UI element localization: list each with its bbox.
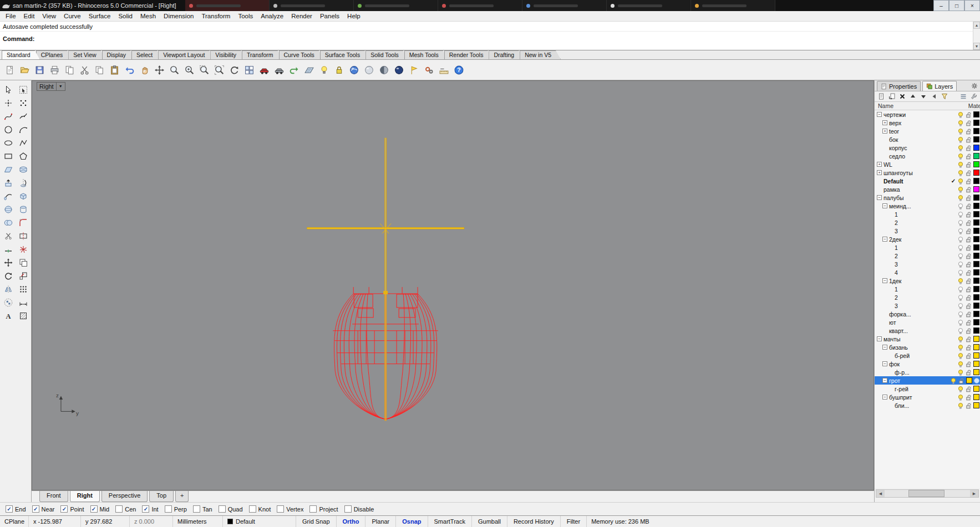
cylinder-tool-button[interactable] [16,203,31,216]
layer-color-swatch[interactable] [973,361,979,367]
move-layer-up-button[interactable] [908,92,917,101]
notes-button[interactable] [407,62,421,78]
layer-lock-icon[interactable] [964,228,972,234]
viewport-title-menu[interactable]: Right ▼ [37,82,65,91]
layer-visibility-bulb-icon[interactable] [949,377,957,384]
toolbar-tab-set-view[interactable]: Set View [68,50,105,59]
layer-color-swatch[interactable] [973,319,979,325]
toolbar-tab-solid-tools[interactable]: Solid Tools [365,50,408,59]
zoom-window-button[interactable] [197,62,211,78]
osnap-toggle-knot[interactable]: Knot [249,505,271,513]
layer-lock-icon[interactable] [964,136,972,143]
sphere-tool-button[interactable] [1,203,16,216]
units-indicator[interactable]: Millimeters [173,516,223,527]
render-preview-button[interactable] [362,62,376,78]
layer-visibility-bulb-icon[interactable] [957,328,964,334]
menu-render[interactable]: Render [287,12,316,21]
layer-row[interactable]: ф-р... [875,368,980,376]
toolbar-tab-render-tools[interactable]: Render Tools [444,50,493,59]
layer-expander-collapse[interactable]: − [877,336,882,341]
layer-row[interactable]: +верх [875,119,980,127]
layer-visibility-bulb-icon[interactable] [957,369,964,376]
layer-lock-icon[interactable] [964,211,972,218]
menu-file[interactable]: File [2,12,20,21]
current-layer-check[interactable]: ✓ [950,178,957,184]
osnap-toggle-vertex[interactable]: Vertex [277,505,303,513]
layer-row[interactable]: б-рей [875,351,980,360]
layer-row[interactable]: 1 [875,210,980,218]
layer-color-swatch[interactable] [973,128,979,134]
sweep-tool-button[interactable] [1,190,16,203]
menu-analyze[interactable]: Analyze [257,12,287,21]
layer-color-swatch[interactable] [973,111,979,117]
layer-lock-icon[interactable] [964,319,972,326]
layer-visibility-bulb-icon[interactable] [957,394,964,401]
layer-lock-icon[interactable] [964,261,972,268]
layer-color-swatch[interactable] [973,352,979,359]
delete-layer-button[interactable] [897,92,907,101]
layer-color-swatch[interactable] [973,278,979,284]
layer-visibility-bulb-icon[interactable] [957,219,964,226]
paste-button[interactable] [107,62,121,78]
new-layer-button[interactable] [876,92,886,101]
toolbar-tab-display[interactable]: Display [102,50,135,59]
scroll-up-icon[interactable]: ▲ [973,22,980,29]
selection-filter-tool-button[interactable] [16,83,31,96]
layer-color-swatch[interactable] [973,178,979,184]
layer-lock-icon[interactable] [964,394,972,401]
toolbar-tab-mesh-tools[interactable]: Mesh Tools [404,50,448,59]
status-pane-gumball[interactable]: Gumball [472,516,507,527]
layer-row[interactable]: +шпангоуты [875,168,980,177]
layer-lock-icon[interactable] [964,253,972,259]
dimension-tool-button[interactable] [16,296,31,309]
layer-color-swatch[interactable] [973,203,979,209]
layer-lock-icon[interactable] [964,303,972,309]
status-pane-planar[interactable]: Planar [365,516,396,527]
layer-row[interactable]: Default✓ [875,177,980,185]
layer-expander-collapse[interactable]: − [877,195,882,200]
layer-lock-icon[interactable] [964,386,972,392]
previous-view-button[interactable] [272,62,286,78]
checkbox[interactable]: ✓ [60,505,68,513]
menu-mesh[interactable]: Mesh [136,12,160,21]
layer-visibility-bulb-icon[interactable] [957,278,964,284]
layer-expander-collapse[interactable]: − [882,278,887,283]
layer-lock-icon[interactable] [957,377,965,384]
layer-color-swatch[interactable] [973,369,979,375]
layer-expander-expand[interactable]: + [882,120,887,125]
layer-row[interactable]: −мачты [875,335,980,343]
layer-row[interactable]: −2дек [875,235,980,243]
layer-color-swatch[interactable] [973,394,979,400]
named-view-button[interactable] [257,62,271,78]
status-pane-grid-snap[interactable]: Grid Snap [296,516,337,527]
command-prompt[interactable]: Command: [0,32,980,42]
scroll-right-icon[interactable]: ▶ [970,490,978,497]
layer-expander-expand[interactable]: + [882,129,887,134]
layer-color-swatch[interactable] [973,219,979,226]
layer-lock-icon[interactable] [964,278,972,284]
layer-lock-icon[interactable] [964,219,972,226]
layer-row[interactable]: 3 [875,227,980,235]
layer-row[interactable]: −бизань [875,343,980,351]
layer-color-swatch[interactable] [973,236,979,242]
toolbar-tab-select[interactable]: Select [131,50,162,59]
layer-material-ball-icon[interactable] [974,378,979,383]
layer-visibility-bulb-icon[interactable] [957,120,964,126]
circle-tool-button[interactable] [1,123,16,136]
checkbox[interactable]: ✓ [90,505,98,513]
layer-visibility-bulb-icon[interactable] [957,153,964,160]
osnap-toggle-end[interactable]: ✓End [6,505,26,513]
layer-visibility-bulb-icon[interactable] [957,311,964,318]
open-file-button[interactable] [17,62,32,78]
boolean-union-tool-button[interactable] [1,216,16,229]
viewport-tab-perspective[interactable]: Perspective [101,491,148,502]
layer-lock-icon[interactable] [964,145,972,151]
zoom-extents-button[interactable] [212,62,226,78]
osnap-toggle-quad[interactable]: Quad [219,505,243,513]
lamp-button[interactable] [317,62,331,78]
explode-tool-button[interactable] [16,243,31,256]
menu-transform[interactable]: Transform [197,12,234,21]
layer-row[interactable]: 3 [875,301,980,310]
panel-tab-layers[interactable]: Layers [922,81,957,91]
layer-lock-icon[interactable] [964,369,972,376]
